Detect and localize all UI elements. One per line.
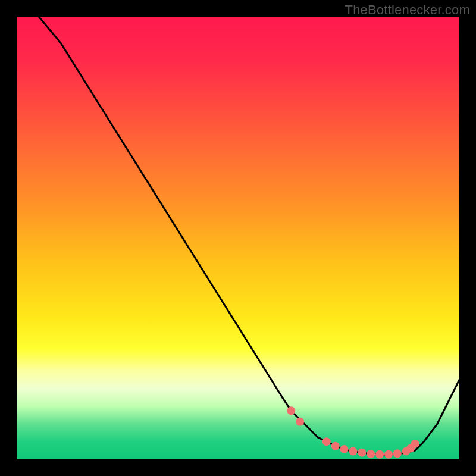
- curve-marker: [349, 447, 357, 456]
- chart-svg: [17, 17, 459, 459]
- curve-marker: [296, 418, 304, 426]
- curve-marker: [375, 450, 384, 459]
- watermark-text: TheBottlenecker.com: [345, 2, 470, 18]
- curve-marker: [358, 449, 366, 457]
- curve-marker: [331, 442, 340, 450]
- curve-marker: [384, 450, 393, 459]
- curve-marker: [322, 437, 331, 446]
- curve-marker: [393, 449, 402, 458]
- plot-area: [17, 17, 459, 459]
- chart-frame: TheBottlenecker.com: [0, 0, 476, 476]
- curve-marker: [367, 450, 375, 458]
- gradient-background: [17, 17, 459, 459]
- curve-marker: [411, 440, 419, 448]
- curve-marker: [340, 445, 349, 453]
- curve-marker: [287, 406, 295, 415]
